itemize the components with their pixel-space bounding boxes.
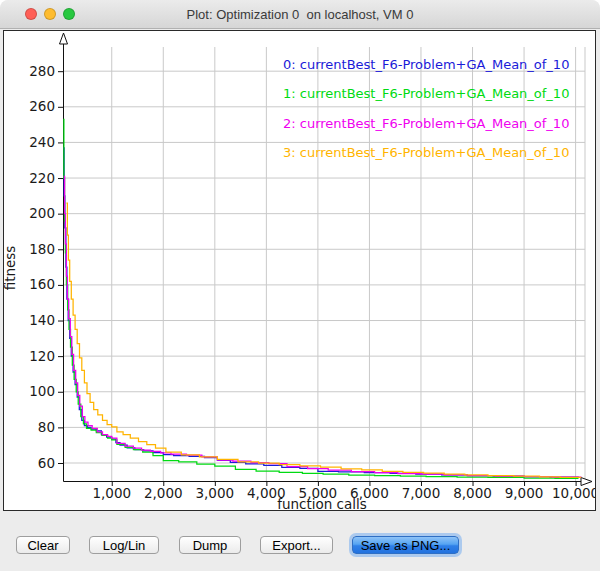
svg-text:160: 160	[29, 276, 55, 292]
series-2-line	[64, 176, 581, 477]
svg-text:140: 140	[29, 312, 55, 328]
tick-marks	[58, 72, 576, 486]
y-axis-arrow-icon	[60, 33, 68, 44]
svg-text:8,000: 8,000	[453, 485, 492, 501]
plot-window: Plot: Optimization 0 on localhost, VM 0 …	[0, 0, 600, 571]
window-titlebar: Plot: Optimization 0 on localhost, VM 0	[0, 0, 600, 29]
close-button[interactable]	[25, 8, 37, 20]
y-axis-label: fitness	[4, 246, 18, 291]
zoom-button[interactable]	[63, 8, 75, 20]
svg-text:240: 240	[29, 134, 55, 150]
series-1-line	[63, 119, 578, 478]
svg-text:260: 260	[29, 98, 55, 114]
svg-text:7,000: 7,000	[402, 485, 441, 501]
fitness-chart: 60801001201401601802002202402602801,0002…	[4, 31, 595, 510]
svg-text:220: 220	[29, 170, 55, 186]
svg-text:10,000: 10,000	[552, 485, 595, 501]
svg-text:80: 80	[38, 419, 55, 435]
plot-panel: 60801001201401601802002202402602801,0002…	[3, 30, 596, 511]
log-lin-button[interactable]: Log/Lin	[89, 536, 159, 554]
export-button[interactable]: Export...	[260, 536, 333, 554]
gridlines	[63, 47, 585, 481]
x-axis-label: function calls	[277, 496, 367, 510]
dump-button[interactable]: Dump	[179, 536, 241, 554]
svg-text:200: 200	[29, 205, 55, 221]
svg-text:180: 180	[29, 241, 55, 257]
svg-text:60: 60	[38, 455, 55, 471]
series-0-line	[63, 148, 578, 478]
svg-text:280: 280	[29, 63, 55, 79]
legend-entry: 2: currentBest_F6-Problem+GA_Mean_of_10	[283, 116, 569, 131]
svg-text:100: 100	[29, 383, 55, 399]
legend-entry: 3: currentBest_F6-Problem+GA_Mean_of_10	[283, 145, 569, 160]
svg-text:120: 120	[29, 348, 55, 364]
window-title: Plot: Optimization 0 on localhost, VM 0	[187, 7, 414, 22]
svg-text:3,000: 3,000	[195, 485, 234, 501]
traffic-lights	[25, 8, 75, 20]
svg-text:1,000: 1,000	[92, 485, 131, 501]
svg-text:9,000: 9,000	[505, 485, 544, 501]
clear-button[interactable]: Clear	[16, 536, 70, 554]
svg-text:2,000: 2,000	[144, 485, 183, 501]
save-as-png-button[interactable]: Save as PNG...	[352, 536, 459, 554]
series-3-line	[66, 203, 580, 478]
legend-entry: 0: currentBest_F6-Problem+GA_Mean_of_10	[283, 57, 569, 72]
legend-entry: 1: currentBest_F6-Problem+GA_Mean_of_10	[283, 86, 569, 101]
minimize-button[interactable]	[44, 8, 56, 20]
legend: 0: currentBest_F6-Problem+GA_Mean_of_101…	[283, 57, 569, 160]
